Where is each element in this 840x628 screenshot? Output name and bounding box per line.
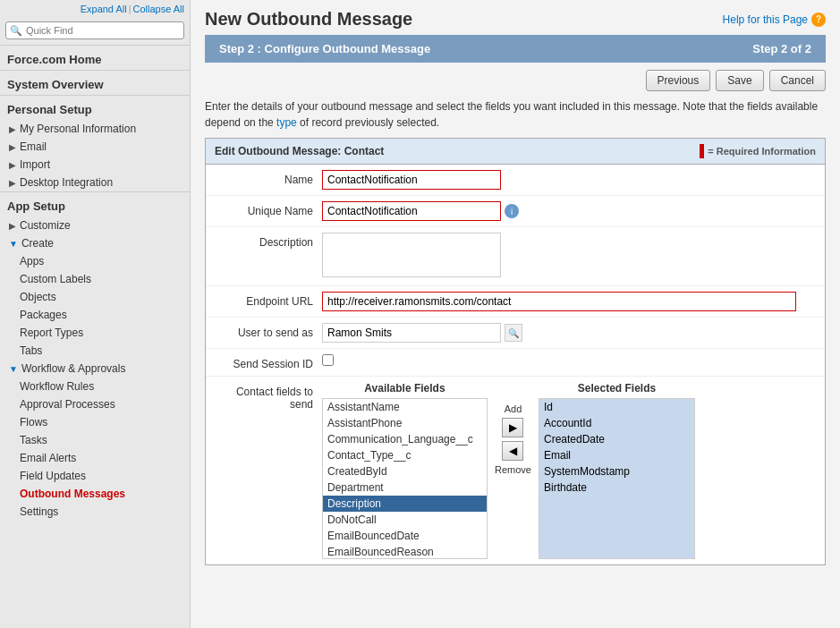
sidebar-item-workflow-rules[interactable]: Workflow Rules: [0, 378, 190, 395]
sidebar-item-create[interactable]: ▼ Create: [0, 234, 190, 252]
selected-field-item[interactable]: SystemModstamp: [539, 463, 694, 479]
available-field-item[interactable]: Communication_Language__c: [323, 431, 487, 447]
available-field-item[interactable]: AssistantName: [323, 399, 487, 415]
sidebar-item-workflow-approvals[interactable]: ▼ Workflow & Approvals: [0, 360, 190, 378]
user-send-row: User to send as 🔍: [206, 318, 825, 349]
name-input[interactable]: [322, 170, 501, 190]
sidebar-item-custom-labels[interactable]: Custom Labels: [0, 270, 190, 288]
sidebar-item-approval-processes[interactable]: Approval Processes: [0, 395, 190, 413]
sidebar-label: Settings: [20, 505, 58, 518]
sidebar-item-apps[interactable]: Apps: [0, 252, 190, 270]
selected-field-item[interactable]: Email: [539, 447, 694, 463]
sidebar-label: Email: [20, 140, 47, 153]
sidebar-item-report-types[interactable]: Report Types: [0, 324, 190, 342]
add-button[interactable]: ▶: [502, 418, 523, 437]
selected-fields-list[interactable]: IdAccountIdCreatedDateEmailSystemModstam…: [539, 398, 695, 559]
quick-find-box: 🔍: [0, 18, 190, 45]
red-bar-icon: [700, 144, 704, 158]
available-field-item[interactable]: Description: [323, 496, 487, 512]
unique-name-input[interactable]: [322, 201, 501, 221]
selected-field-item[interactable]: Birthdate: [539, 479, 694, 496]
send-session-row: Send Session ID: [206, 349, 825, 377]
sidebar-top-links: Expand All | Collapse All: [0, 0, 190, 18]
sidebar: Expand All | Collapse All 🔍 Force.com Ho…: [0, 0, 191, 628]
unique-name-row: Unique Name i: [206, 196, 825, 227]
blue-triangle-icon: ▼: [9, 364, 18, 374]
add-remove-column: Add ▶ ◀ Remove: [495, 382, 531, 475]
user-send-input[interactable]: [322, 323, 501, 343]
form-title: Edit Outbound Message: Contact: [215, 145, 384, 157]
unique-name-field: i: [322, 201, 816, 221]
sidebar-label: Objects: [20, 291, 56, 303]
magnifier-icon: 🔍: [508, 328, 519, 338]
sidebar-item-email-alerts[interactable]: Email Alerts: [0, 449, 190, 467]
selected-field-item[interactable]: CreatedDate: [539, 431, 694, 447]
selected-field-item[interactable]: Id: [539, 399, 694, 415]
remove-label: Remove: [495, 464, 531, 475]
fields-content: Available Fields AssistantNameAssistantP…: [322, 382, 816, 559]
available-fields-list[interactable]: AssistantNameAssistantPhoneCommunication…: [322, 398, 488, 559]
sidebar-item-tabs[interactable]: Tabs: [0, 342, 190, 360]
sidebar-item-desktop-integration[interactable]: ▶ Desktop Integration: [0, 174, 190, 191]
sidebar-item-objects[interactable]: Objects: [0, 288, 190, 306]
name-field: [322, 170, 816, 190]
help-text: Help for this Page: [723, 13, 808, 26]
contact-fields-row: Contact fields to send Available Fields …: [206, 377, 825, 564]
selected-field-item[interactable]: AccountId: [539, 415, 694, 431]
endpoint-url-label: Endpoint URL: [215, 292, 322, 308]
sidebar-label: Field Updates: [20, 470, 86, 482]
endpoint-url-row: Endpoint URL: [206, 286, 825, 318]
sidebar-label: Workflow Rules: [20, 380, 94, 393]
sidebar-label: Tasks: [20, 434, 47, 446]
endpoint-url-input[interactable]: [322, 292, 796, 311]
description-input[interactable]: [322, 233, 501, 277]
force-home-title[interactable]: Force.com Home: [0, 45, 190, 70]
type-link[interactable]: type: [276, 116, 297, 129]
unique-name-label: Unique Name: [215, 201, 322, 217]
system-overview-title[interactable]: System Overview: [0, 70, 190, 95]
collapse-all-link[interactable]: Collapse All: [133, 4, 184, 14]
previous-button[interactable]: Previous: [646, 70, 711, 91]
help-icon: ?: [811, 13, 826, 27]
available-field-item[interactable]: Contact_Type__c: [323, 447, 487, 463]
sidebar-item-flows[interactable]: Flows: [0, 413, 190, 431]
sidebar-item-customize[interactable]: ▶ Customize: [0, 216, 190, 234]
save-button[interactable]: Save: [716, 70, 763, 91]
sidebar-label: Apps: [20, 255, 44, 267]
triangle-icon: ▶: [9, 142, 16, 152]
sidebar-item-email[interactable]: ▶ Email: [0, 138, 190, 156]
available-field-item[interactable]: Department: [323, 479, 487, 496]
available-field-item[interactable]: EmailBouncedDate: [323, 528, 487, 544]
name-row: Name: [206, 165, 825, 196]
sidebar-item-tasks[interactable]: Tasks: [0, 431, 190, 449]
available-field-item[interactable]: DoNotCall: [323, 512, 487, 528]
sidebar-label: Desktop Integration: [20, 176, 113, 189]
sidebar-item-import[interactable]: ▶ Import: [0, 156, 190, 174]
send-session-field: [322, 354, 816, 369]
required-indicator: = Required Information: [700, 144, 816, 158]
user-search-button[interactable]: 🔍: [505, 324, 522, 342]
sidebar-item-my-personal-info[interactable]: ▶ My Personal Information: [0, 120, 190, 138]
sidebar-item-outbound-messages[interactable]: Outbound Messages: [0, 485, 190, 503]
available-field-item[interactable]: CreatedById: [323, 463, 487, 479]
sidebar-item-packages[interactable]: Packages: [0, 306, 190, 324]
triangle-icon: ▶: [9, 160, 16, 170]
app-setup-heading: App Setup: [0, 191, 190, 216]
expand-all-link[interactable]: Expand All: [81, 4, 127, 14]
send-session-checkbox[interactable]: [322, 354, 334, 366]
sidebar-label: Outbound Messages: [20, 488, 125, 500]
info-icon[interactable]: i: [505, 204, 519, 218]
sidebar-item-settings[interactable]: Settings: [0, 503, 190, 521]
help-link[interactable]: Help for this Page ?: [723, 13, 826, 27]
cancel-button[interactable]: Cancel: [769, 70, 826, 91]
remove-button[interactable]: ◀: [502, 441, 523, 461]
quick-find-input[interactable]: [5, 21, 184, 39]
available-field-item[interactable]: AssistantPhone: [323, 415, 487, 431]
sidebar-item-field-updates[interactable]: Field Updates: [0, 467, 190, 485]
main-content: New Outbound Message Help for this Page …: [191, 0, 840, 628]
user-send-label: User to send as: [215, 323, 322, 339]
sidebar-label: Import: [20, 158, 50, 171]
main-header: New Outbound Message Help for this Page …: [191, 0, 840, 35]
info-text: Enter the details of your outbound messa…: [191, 98, 840, 138]
available-field-item[interactable]: EmailBouncedReason: [323, 544, 487, 559]
